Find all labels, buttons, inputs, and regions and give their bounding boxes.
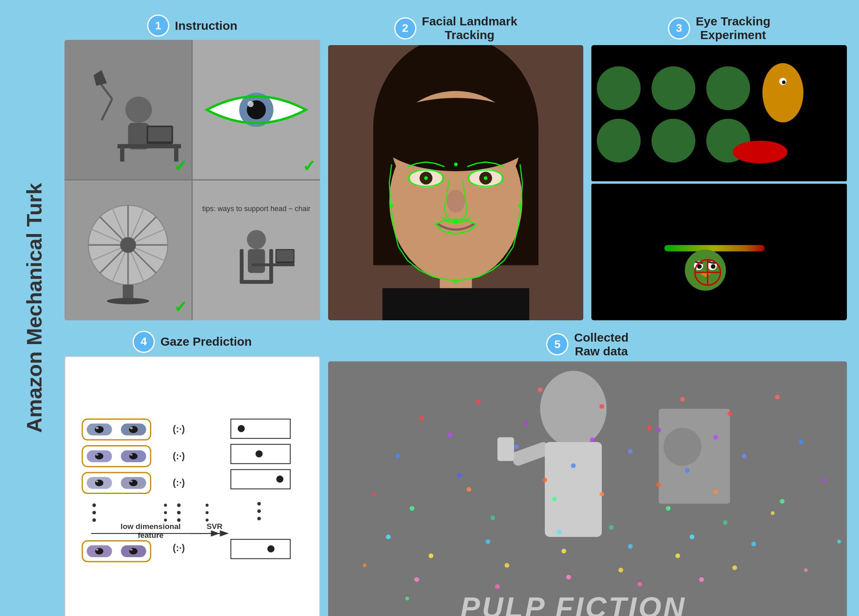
svg-point-114 [177,518,181,522]
svg-rect-6 [120,148,125,162]
svg-text:PULP FICTION: PULP FICTION [460,591,686,616]
svg-point-56 [597,66,641,110]
svg-point-105 [96,549,98,550]
tips-person-svg [209,219,304,298]
section3-content [591,45,847,320]
svg-rect-32 [277,250,294,261]
svg-point-154 [647,425,651,430]
svg-point-51 [454,220,458,224]
svg-point-164 [742,454,747,458]
svg-point-157 [775,394,780,399]
svg-point-158 [395,454,400,458]
svg-point-38 [375,98,536,171]
raw-data-svg: PULP FICTION [328,361,847,616]
svg-point-175 [562,549,566,554]
svg-rect-5 [117,144,181,149]
svg-line-1 [102,99,112,120]
svg-point-151 [476,399,481,404]
svg-point-204 [837,540,841,543]
svg-point-176 [618,568,623,572]
section4-content: (:·) (:·) (:·) (:·) [64,356,320,616]
svg-point-187 [656,482,661,487]
section2-wrapper: 2 Facial LandmarkTracking [328,12,584,320]
svg-point-52 [454,280,458,283]
section3-header: 3 Eye TrackingExperiment [591,12,847,45]
section1-wrapper: 1 Instruction [64,12,320,320]
svg-point-84 [130,427,133,429]
svg-point-185 [542,477,547,482]
svg-point-60 [652,119,696,163]
svg-point-64 [782,81,786,84]
svg-point-134 [164,504,167,506]
svg-point-177 [675,554,680,558]
section2-title: Facial LandmarkTracking [422,15,518,42]
svg-point-153 [599,404,604,409]
svg-point-188 [713,489,718,494]
svg-rect-9 [148,127,172,141]
svg-point-170 [666,506,671,511]
section1-content: ✓ ✓ [64,40,320,320]
svg-point-107 [129,548,138,554]
content-grid: 1 Instruction [64,12,847,604]
svg-point-162 [628,449,632,454]
svg-point-174 [504,563,509,568]
svg-point-122 [257,502,261,506]
svg-point-90 [129,453,138,459]
svg-point-169 [609,525,614,530]
section1-title: Instruction [175,19,237,33]
instruction-cell-1: ✓ [64,40,191,179]
svg-point-195 [414,577,419,582]
svg-point-135 [164,511,167,514]
section3-number: 3 [668,17,690,39]
svg-point-12 [248,101,254,107]
svg-point-165 [799,440,803,444]
tips-text: tips: ways to support head ~ chair [200,203,313,215]
svg-point-24 [107,298,149,305]
svg-rect-45 [382,288,529,320]
svg-point-167 [490,516,495,521]
svg-point-72 [711,264,715,269]
svg-point-124 [257,517,261,521]
section3-title: Eye TrackingExperiment [696,15,770,42]
svg-rect-66 [591,195,847,309]
svg-point-139 [206,519,208,521]
svg-point-94 [95,480,104,486]
svg-point-160 [514,444,519,449]
svg-point-194 [751,541,756,546]
svg-point-161 [571,463,576,468]
eye-tracking-top [591,45,847,181]
checkmark-3: ✓ [174,298,187,316]
svg-point-156 [728,411,732,416]
svg-point-206 [804,568,807,572]
section5-content: PULP FICTION [328,361,847,616]
svg-point-112 [177,504,181,507]
svg-point-192 [628,544,632,549]
section4-wrapper: 4 Gaze Prediction [64,328,320,616]
svg-point-199 [699,577,704,582]
svg-point-201 [405,597,409,600]
svg-text:low dimensional: low dimensional [121,522,181,531]
svg-point-191 [557,530,562,535]
section5-wrapper: 5 CollectedRaw data [328,328,847,616]
svg-text:(:·): (:·) [173,543,185,553]
svg-point-123 [257,509,261,513]
instruction-cell-2: ✓ [193,40,320,179]
svg-point-22 [120,237,136,253]
section4-title: Gaze Prediction [160,335,252,348]
svg-point-126 [267,545,275,552]
svg-point-113 [177,511,181,514]
svg-point-91 [130,454,133,455]
svg-point-117 [238,425,245,432]
svg-point-196 [495,584,500,589]
section2-number: 2 [394,17,416,39]
svg-rect-146 [545,442,601,537]
left-label-container: Amazon Mechanical Turk [12,12,56,604]
eye-tracking-game-svg [591,45,847,181]
section3-wrapper: 3 Eye TrackingExperiment [591,12,847,320]
svg-point-202 [771,511,774,515]
svg-point-57 [652,66,696,110]
section1-number: 1 [147,15,169,37]
svg-point-53 [390,204,393,207]
svg-point-163 [685,468,690,473]
svg-rect-145 [497,437,514,461]
